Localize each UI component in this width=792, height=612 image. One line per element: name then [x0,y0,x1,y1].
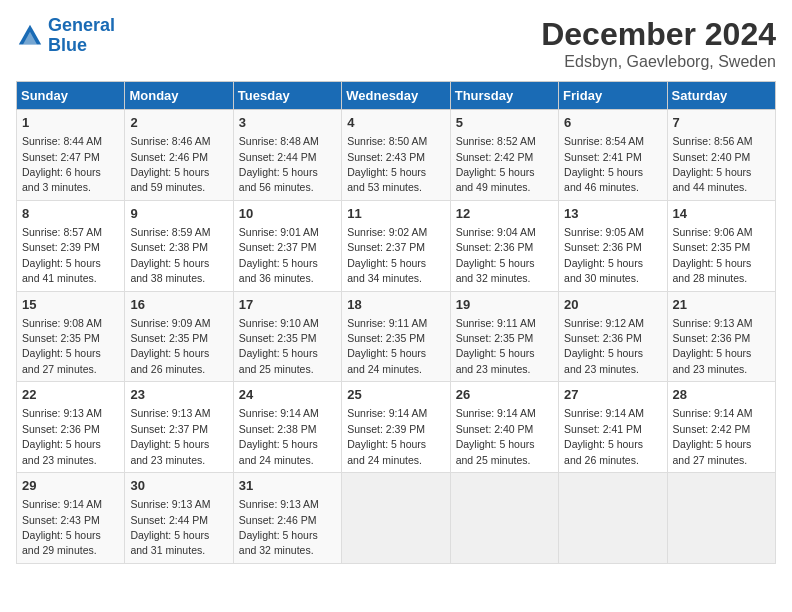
day-info: Sunrise: 8:52 AMSunset: 2:42 PMDaylight:… [456,135,536,193]
day-info: Sunrise: 9:13 AMSunset: 2:36 PMDaylight:… [22,407,102,465]
week-row-2: 8Sunrise: 8:57 AMSunset: 2:39 PMDaylight… [17,200,776,291]
main-title: December 2024 [541,16,776,53]
day-number: 13 [564,205,661,223]
col-header-friday: Friday [559,82,667,110]
day-number: 14 [673,205,770,223]
week-row-4: 22Sunrise: 9:13 AMSunset: 2:36 PMDayligh… [17,382,776,473]
day-number: 16 [130,296,227,314]
day-cell: 22Sunrise: 9:13 AMSunset: 2:36 PMDayligh… [17,382,125,473]
day-number: 28 [673,386,770,404]
page-header: General Blue December 2024 Edsbyn, Gaevl… [16,16,776,71]
title-area: December 2024 Edsbyn, Gaevleborg, Sweden [541,16,776,71]
calendar-header-row: SundayMondayTuesdayWednesdayThursdayFrid… [17,82,776,110]
day-cell: 2Sunrise: 8:46 AMSunset: 2:46 PMDaylight… [125,110,233,201]
day-info: Sunrise: 9:10 AMSunset: 2:35 PMDaylight:… [239,317,319,375]
day-cell: 16Sunrise: 9:09 AMSunset: 2:35 PMDayligh… [125,291,233,382]
day-cell [342,473,450,564]
day-number: 27 [564,386,661,404]
day-number: 15 [22,296,119,314]
day-cell: 5Sunrise: 8:52 AMSunset: 2:42 PMDaylight… [450,110,558,201]
day-cell: 24Sunrise: 9:14 AMSunset: 2:38 PMDayligh… [233,382,341,473]
day-info: Sunrise: 9:13 AMSunset: 2:36 PMDaylight:… [673,317,753,375]
day-cell [559,473,667,564]
day-info: Sunrise: 9:11 AMSunset: 2:35 PMDaylight:… [456,317,536,375]
day-info: Sunrise: 8:46 AMSunset: 2:46 PMDaylight:… [130,135,210,193]
day-info: Sunrise: 9:13 AMSunset: 2:44 PMDaylight:… [130,498,210,556]
day-info: Sunrise: 8:44 AMSunset: 2:47 PMDaylight:… [22,135,102,193]
calendar-body: 1Sunrise: 8:44 AMSunset: 2:47 PMDaylight… [17,110,776,564]
day-number: 5 [456,114,553,132]
day-number: 3 [239,114,336,132]
day-cell [667,473,775,564]
day-cell: 30Sunrise: 9:13 AMSunset: 2:44 PMDayligh… [125,473,233,564]
day-number: 12 [456,205,553,223]
day-info: Sunrise: 9:14 AMSunset: 2:38 PMDaylight:… [239,407,319,465]
day-info: Sunrise: 9:08 AMSunset: 2:35 PMDaylight:… [22,317,102,375]
day-number: 25 [347,386,444,404]
day-info: Sunrise: 9:14 AMSunset: 2:39 PMDaylight:… [347,407,427,465]
day-number: 24 [239,386,336,404]
day-number: 30 [130,477,227,495]
day-cell: 19Sunrise: 9:11 AMSunset: 2:35 PMDayligh… [450,291,558,382]
day-number: 17 [239,296,336,314]
day-number: 11 [347,205,444,223]
day-number: 23 [130,386,227,404]
day-number: 6 [564,114,661,132]
day-cell: 10Sunrise: 9:01 AMSunset: 2:37 PMDayligh… [233,200,341,291]
col-header-saturday: Saturday [667,82,775,110]
week-row-5: 29Sunrise: 9:14 AMSunset: 2:43 PMDayligh… [17,473,776,564]
day-info: Sunrise: 9:14 AMSunset: 2:43 PMDaylight:… [22,498,102,556]
col-header-thursday: Thursday [450,82,558,110]
day-cell: 12Sunrise: 9:04 AMSunset: 2:36 PMDayligh… [450,200,558,291]
day-info: Sunrise: 8:56 AMSunset: 2:40 PMDaylight:… [673,135,753,193]
day-number: 2 [130,114,227,132]
day-cell: 8Sunrise: 8:57 AMSunset: 2:39 PMDaylight… [17,200,125,291]
day-info: Sunrise: 9:05 AMSunset: 2:36 PMDaylight:… [564,226,644,284]
day-info: Sunrise: 9:13 AMSunset: 2:46 PMDaylight:… [239,498,319,556]
logo-icon [16,22,44,50]
col-header-wednesday: Wednesday [342,82,450,110]
day-info: Sunrise: 9:14 AMSunset: 2:41 PMDaylight:… [564,407,644,465]
day-cell: 1Sunrise: 8:44 AMSunset: 2:47 PMDaylight… [17,110,125,201]
day-info: Sunrise: 9:04 AMSunset: 2:36 PMDaylight:… [456,226,536,284]
day-cell: 28Sunrise: 9:14 AMSunset: 2:42 PMDayligh… [667,382,775,473]
logo-line2: Blue [48,35,87,55]
day-info: Sunrise: 9:14 AMSunset: 2:40 PMDaylight:… [456,407,536,465]
day-cell: 29Sunrise: 9:14 AMSunset: 2:43 PMDayligh… [17,473,125,564]
day-cell: 4Sunrise: 8:50 AMSunset: 2:43 PMDaylight… [342,110,450,201]
day-info: Sunrise: 8:50 AMSunset: 2:43 PMDaylight:… [347,135,427,193]
day-info: Sunrise: 9:11 AMSunset: 2:35 PMDaylight:… [347,317,427,375]
day-info: Sunrise: 8:48 AMSunset: 2:44 PMDaylight:… [239,135,319,193]
day-number: 21 [673,296,770,314]
day-cell: 23Sunrise: 9:13 AMSunset: 2:37 PMDayligh… [125,382,233,473]
day-cell: 31Sunrise: 9:13 AMSunset: 2:46 PMDayligh… [233,473,341,564]
day-cell: 14Sunrise: 9:06 AMSunset: 2:35 PMDayligh… [667,200,775,291]
day-cell: 25Sunrise: 9:14 AMSunset: 2:39 PMDayligh… [342,382,450,473]
day-cell: 26Sunrise: 9:14 AMSunset: 2:40 PMDayligh… [450,382,558,473]
day-info: Sunrise: 9:01 AMSunset: 2:37 PMDaylight:… [239,226,319,284]
day-info: Sunrise: 9:14 AMSunset: 2:42 PMDaylight:… [673,407,753,465]
logo-text: General Blue [48,16,115,56]
day-number: 8 [22,205,119,223]
day-cell: 27Sunrise: 9:14 AMSunset: 2:41 PMDayligh… [559,382,667,473]
day-cell: 13Sunrise: 9:05 AMSunset: 2:36 PMDayligh… [559,200,667,291]
logo: General Blue [16,16,115,56]
day-cell: 17Sunrise: 9:10 AMSunset: 2:35 PMDayligh… [233,291,341,382]
day-info: Sunrise: 9:09 AMSunset: 2:35 PMDaylight:… [130,317,210,375]
day-cell: 3Sunrise: 8:48 AMSunset: 2:44 PMDaylight… [233,110,341,201]
col-header-tuesday: Tuesday [233,82,341,110]
day-number: 4 [347,114,444,132]
week-row-3: 15Sunrise: 9:08 AMSunset: 2:35 PMDayligh… [17,291,776,382]
day-number: 19 [456,296,553,314]
day-number: 7 [673,114,770,132]
col-header-sunday: Sunday [17,82,125,110]
day-info: Sunrise: 9:06 AMSunset: 2:35 PMDaylight:… [673,226,753,284]
week-row-1: 1Sunrise: 8:44 AMSunset: 2:47 PMDaylight… [17,110,776,201]
day-cell: 9Sunrise: 8:59 AMSunset: 2:38 PMDaylight… [125,200,233,291]
day-info: Sunrise: 9:13 AMSunset: 2:37 PMDaylight:… [130,407,210,465]
day-info: Sunrise: 8:57 AMSunset: 2:39 PMDaylight:… [22,226,102,284]
day-cell: 7Sunrise: 8:56 AMSunset: 2:40 PMDaylight… [667,110,775,201]
day-number: 20 [564,296,661,314]
day-number: 10 [239,205,336,223]
subtitle: Edsbyn, Gaevleborg, Sweden [541,53,776,71]
